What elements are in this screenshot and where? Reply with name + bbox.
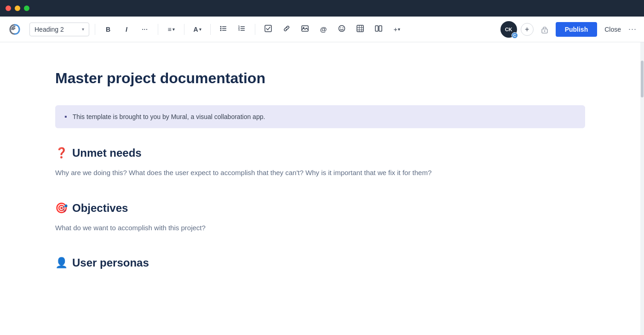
section-heading-user-personas: 👤 User personas bbox=[55, 256, 585, 269]
objectives-icon: 🎯 bbox=[55, 202, 68, 214]
font-color-icon: A bbox=[193, 26, 198, 33]
svg-rect-5 bbox=[222, 30, 226, 31]
more-button[interactable]: ··· bbox=[628, 24, 637, 34]
divider-1 bbox=[95, 24, 95, 35]
svg-rect-1 bbox=[222, 26, 226, 27]
image-button[interactable] bbox=[298, 22, 312, 37]
svg-rect-23 bbox=[375, 26, 378, 31]
table-icon bbox=[356, 25, 364, 34]
scrollbar-thumb[interactable] bbox=[641, 61, 644, 97]
mention-button[interactable]: @ bbox=[316, 22, 331, 37]
section-heading-unmet-needs: ❓ Unmet needs bbox=[55, 147, 585, 159]
svg-rect-12 bbox=[265, 25, 271, 32]
svg-point-0 bbox=[220, 26, 222, 28]
add-collaborator-button[interactable]: + bbox=[521, 23, 534, 36]
insert-icon: + bbox=[394, 25, 398, 33]
bold-button[interactable]: B bbox=[101, 22, 115, 37]
user-personas-icon: 👤 bbox=[55, 257, 68, 269]
window-maximize-btn[interactable] bbox=[24, 6, 29, 11]
task-button[interactable] bbox=[261, 22, 276, 37]
section-unmet-needs: ❓ Unmet needs Why are we doing this? Wha… bbox=[55, 147, 585, 179]
more-text-button[interactable]: ··· bbox=[138, 22, 152, 37]
svg-point-2 bbox=[220, 28, 222, 29]
svg-point-15 bbox=[339, 26, 345, 32]
window-minimize-btn[interactable] bbox=[15, 6, 20, 11]
user-personas-heading[interactable]: User personas bbox=[72, 256, 149, 269]
section-objectives: 🎯 Objectives What do we want to accompli… bbox=[55, 202, 585, 234]
svg-point-16 bbox=[340, 28, 341, 28]
align-chevron-icon: ▾ bbox=[172, 27, 175, 32]
svg-rect-3 bbox=[222, 28, 226, 29]
user-avatar[interactable]: CK C bbox=[500, 21, 517, 38]
numbered-list-icon: 1. 2. 3. bbox=[238, 25, 246, 34]
bullet-list-button[interactable] bbox=[216, 22, 231, 37]
divider-5 bbox=[255, 24, 255, 35]
document-title[interactable]: Master project documentation bbox=[55, 70, 585, 87]
columns-icon bbox=[375, 25, 382, 34]
heading-selector-label: Heading 2 bbox=[34, 26, 80, 33]
unmet-needs-heading[interactable]: Unmet needs bbox=[72, 147, 142, 159]
image-icon bbox=[301, 25, 309, 34]
align-icon: ≡ bbox=[167, 26, 171, 33]
divider-4 bbox=[210, 24, 211, 35]
font-color-button[interactable]: A ▾ bbox=[190, 22, 205, 37]
mention-icon: @ bbox=[320, 25, 327, 33]
close-button[interactable]: Close bbox=[601, 23, 625, 36]
svg-point-26 bbox=[544, 30, 545, 32]
italic-button[interactable]: I bbox=[119, 22, 134, 37]
unmet-needs-body[interactable]: Why are we doing this? What does the use… bbox=[55, 167, 585, 179]
app-logo bbox=[7, 22, 22, 37]
insert-button[interactable]: + ▾ bbox=[390, 22, 404, 37]
svg-rect-9 bbox=[241, 28, 245, 29]
bullet-list-icon bbox=[220, 25, 227, 34]
svg-rect-24 bbox=[379, 26, 382, 31]
svg-point-17 bbox=[343, 28, 344, 28]
emoji-button[interactable] bbox=[334, 22, 349, 37]
editor-area[interactable]: Master project documentation ▪ This temp… bbox=[0, 42, 640, 335]
heading-selector[interactable]: Heading 2 ▾ bbox=[29, 23, 89, 36]
font-color-chevron-icon: ▾ bbox=[199, 27, 201, 32]
section-heading-objectives: 🎯 Objectives bbox=[55, 202, 585, 215]
objectives-heading[interactable]: Objectives bbox=[72, 202, 128, 215]
link-icon bbox=[283, 25, 290, 34]
divider-3 bbox=[184, 24, 184, 35]
title-bar bbox=[0, 0, 644, 17]
divider-2 bbox=[158, 24, 158, 35]
emoji-icon bbox=[338, 25, 345, 34]
lock-button[interactable] bbox=[537, 22, 552, 37]
svg-rect-7 bbox=[241, 26, 245, 27]
toolbar: Heading 2 ▾ B I ··· ≡ ▾ A ▾ bbox=[0, 17, 644, 42]
align-button[interactable]: ≡ ▾ bbox=[164, 22, 178, 37]
window-close-btn[interactable] bbox=[6, 6, 11, 11]
avatar-badge: C bbox=[512, 32, 518, 39]
svg-rect-11 bbox=[241, 30, 245, 31]
numbered-list-button[interactable]: 1. 2. 3. bbox=[235, 22, 249, 37]
task-icon bbox=[264, 25, 272, 34]
unmet-needs-icon: ❓ bbox=[55, 147, 68, 159]
svg-point-4 bbox=[220, 30, 222, 31]
info-banner-text: This template is brought to you by Mural… bbox=[73, 113, 265, 120]
scrollbar-track[interactable] bbox=[640, 42, 644, 335]
section-user-personas: 👤 User personas bbox=[55, 256, 585, 269]
objectives-body[interactable]: What do we want to accomplish with this … bbox=[55, 222, 585, 234]
toolbar-right: CK C + Publish Close ··· bbox=[500, 21, 637, 38]
publish-button[interactable]: Publish bbox=[556, 22, 598, 37]
svg-text:3.: 3. bbox=[238, 28, 241, 31]
table-button[interactable] bbox=[353, 22, 368, 37]
main-container: Master project documentation ▪ This temp… bbox=[0, 42, 644, 335]
info-banner: ▪ This template is brought to you by Mur… bbox=[55, 105, 585, 128]
info-banner-icon: ▪ bbox=[64, 113, 67, 121]
heading-selector-chevron: ▾ bbox=[82, 27, 84, 32]
svg-rect-18 bbox=[357, 25, 363, 32]
avatar-initials: CK bbox=[505, 27, 512, 32]
columns-button[interactable] bbox=[371, 22, 386, 37]
insert-chevron-icon: ▾ bbox=[398, 27, 400, 32]
link-button[interactable] bbox=[279, 22, 294, 37]
